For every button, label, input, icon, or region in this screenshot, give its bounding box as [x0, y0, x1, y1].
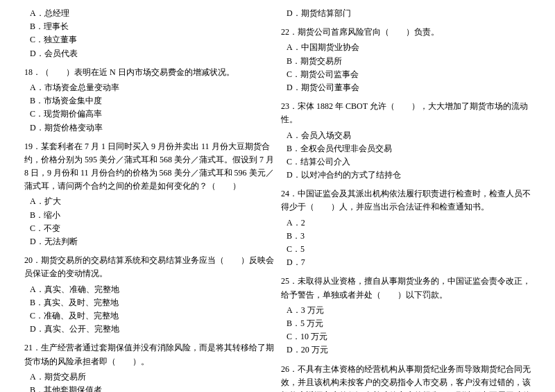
question-19: 19．某套利者在 7 月 1 日同时买入 9 月份并卖出 11 月份大豆期货合约… — [24, 140, 274, 249]
question-22: 22．期货公司首席风险官向（ ）负责。 A．中国期货业协会 B．期货交易所 C．… — [281, 26, 531, 94]
option-D: D．会员代表 — [24, 47, 274, 60]
q19-optB: B．缩小 — [24, 209, 274, 222]
q25-optB: B．5 万元 — [281, 317, 531, 330]
q20-text: 20．期货交易所的交易结算系统和交易结算业务应当（ ）反映会员保证金的变动情况。 — [24, 254, 274, 280]
question-26: 26．不具有主体资格的经营机构从事期货纪业务而导致期货纪合同无效，并且该机构未按… — [281, 363, 531, 393]
q25-optA: A．3 万元 — [281, 304, 531, 317]
question-20: 20．期货交易所的交易结算系统和交易结算业务应当（ ）反映会员保证金的变动情况。… — [24, 254, 274, 336]
q19-optA: A．扩大 — [24, 195, 274, 208]
q-prev-options: A．总经理 B．理事长 C．独立董事 D．会员代表 — [24, 7, 274, 60]
q20-optD: D．真实、公开、完整地 — [24, 323, 274, 336]
q19-optD: D．无法判断 — [24, 235, 274, 248]
q24-optC: C．5 — [281, 243, 531, 256]
q23-optC: C．结算公司介入 — [281, 155, 531, 169]
question-21: 21．生产经营者通过套期保值并没有消除风险，而是将其转移给了期货市场的风险承担者… — [24, 341, 274, 392]
q25-text: 25．未取得从业资格，擅自从事期货业务的，中国证监会责令改正，给予警告，单独或者… — [281, 275, 531, 301]
q21-text: 21．生产经营者通过套期保值并没有消除风险，而是将其转移给了期货市场的风险承担者… — [24, 341, 274, 368]
q23-optD: D．以对冲合约的方式了结持仓 — [281, 169, 531, 182]
option-B: B．理事长 — [24, 20, 274, 33]
q24-text: 24．中国证监会及其派出机构依法履行职责进行检查时，检查人员不得少于（ ）人，并… — [281, 187, 531, 214]
q20-optB: B．真实、及时、完整地 — [24, 296, 274, 309]
q20-optC: C．准确、及时、完整地 — [24, 309, 274, 323]
left-column: A．总经理 B．理事长 C．独立董事 D．会员代表 18．（ ）表明在近 N 日… — [21, 7, 278, 392]
q19-text: 19．某套利者在 7 月 1 日同时买入 9 月份并卖出 11 月份大豆期货合约… — [24, 140, 274, 194]
question-25: 25．未取得从业资格，擅自从事期货业务的，中国证监会责令改正，给予警告，单独或者… — [281, 275, 531, 357]
q18-optB: B．市场资金集中度 — [24, 94, 274, 108]
q22-optD: D．期货公司董事会 — [281, 81, 531, 94]
q25-optC: C．10 万元 — [281, 330, 531, 343]
q26-text: 26．不具有主体资格的经营机构从事期货纪业务而导致期货纪合同无效，并且该机构未按… — [281, 363, 531, 393]
right-column: D．期货结算部门 22．期货公司首席风险官向（ ）负责。 A．中国期货业协会 B… — [278, 7, 534, 392]
q18-optA: A．市场资金总量变动率 — [24, 81, 274, 94]
q18-optD: D．期货价格变动率 — [24, 121, 274, 135]
q18-optC: C．现货期价偏高率 — [24, 108, 274, 121]
q-prev-right-options: D．期货结算部门 — [281, 7, 531, 20]
q24-optD: D．7 — [281, 256, 531, 269]
q22-optC: C．期货公司监事会 — [281, 68, 531, 81]
q20-optA: A．真实、准确、完整地 — [24, 283, 274, 296]
q25-optD: D．20 万元 — [281, 343, 531, 357]
option-D-right: D．期货结算部门 — [281, 7, 531, 20]
q21-optA: A．期货交易所 — [24, 370, 274, 384]
q22-optA: A．中国期货业协会 — [281, 41, 531, 54]
q22-optB: B．期货交易所 — [281, 55, 531, 68]
q23-optB: B．全权会员代理非会员交易 — [281, 142, 531, 155]
q24-optA: A．2 — [281, 216, 531, 230]
question-18: 18．（ ）表明在近 N 日内市场交易费金的增减状况。 A．市场资金总量变动率 … — [24, 66, 274, 135]
question-24: 24．中国证监会及其派出机构依法履行职责进行检查时，检查人员不得少于（ ）人，并… — [281, 187, 531, 269]
q18-text: 18．（ ）表明在近 N 日内市场交易费金的增减状况。 — [24, 66, 274, 79]
q19-optC: C．不变 — [24, 222, 274, 235]
q23-optA: A．会员入场交易 — [281, 129, 531, 142]
page-content: A．总经理 B．理事长 C．独立董事 D．会员代表 18．（ ）表明在近 N 日… — [21, 7, 534, 392]
option-C: C．独立董事 — [24, 33, 274, 46]
q23-text: 23．宋体 1882 年 CBOT 允许（ ），大大增加了期货市场的流动性。 — [281, 100, 531, 126]
q21-optB: B．其他套期保值者 — [24, 384, 274, 392]
q22-text: 22．期货公司首席风险官向（ ）负责。 — [281, 26, 531, 39]
question-23: 23．宋体 1882 年 CBOT 允许（ ），大大增加了期货市场的流动性。 A… — [281, 100, 531, 182]
q24-optB: B．3 — [281, 230, 531, 243]
option-A: A．总经理 — [24, 7, 274, 20]
